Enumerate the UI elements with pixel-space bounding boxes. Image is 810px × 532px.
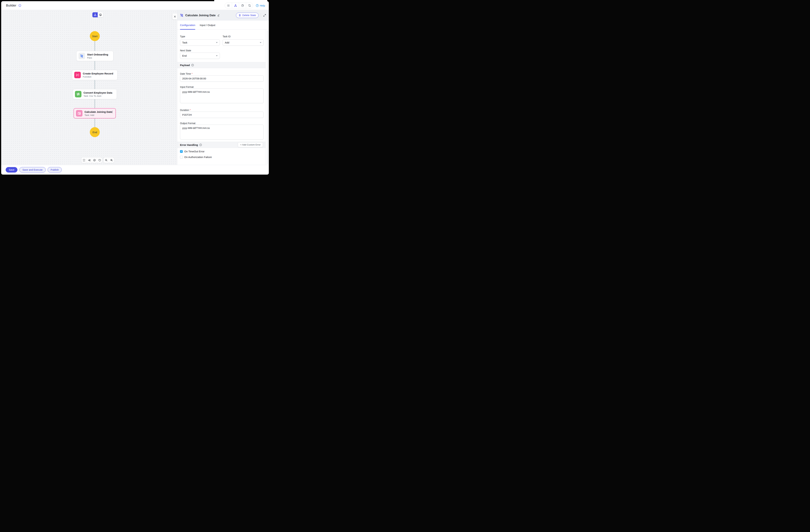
node-title: Calculate Joining Date	[84, 110, 109, 113]
flow-view-icon[interactable]	[232, 3, 239, 8]
input-format-textarea[interactable]: yyyy-MM-dd'T'HH:mm:ss	[180, 88, 264, 103]
help-link[interactable]: Help	[256, 4, 265, 7]
state-flow-icon	[180, 14, 183, 17]
connector	[95, 61, 95, 70]
authorization-failure-row: On Authorization Failure	[180, 156, 212, 159]
divider	[261, 13, 261, 17]
date-time-input[interactable]	[180, 75, 264, 82]
save-and-execute-button[interactable]: Save and Execute	[19, 167, 46, 173]
panel-title: Calculate Joining Date	[185, 14, 215, 17]
info-icon[interactable]	[18, 4, 21, 7]
close-icon	[174, 15, 176, 18]
connector	[95, 41, 95, 51]
auto-layout-icon[interactable]	[86, 158, 92, 163]
error-handling-info-icon[interactable]	[199, 144, 202, 146]
calendar-icon	[76, 110, 82, 116]
input-format-label: Input Format	[180, 85, 194, 88]
payload-info-icon[interactable]	[191, 64, 194, 66]
zoom-in-icon[interactable]	[109, 158, 114, 163]
page-title: Builder	[6, 4, 16, 7]
node-convert-employee-data[interactable]: Convert Employee Data Task: Csv To Json	[73, 89, 117, 99]
dropdown-caret-icon	[216, 55, 217, 56]
save-button[interactable]: Save	[6, 167, 17, 173]
payload-section-header: Payload	[177, 62, 266, 68]
duration-input[interactable]	[180, 112, 264, 118]
pass-state-icon	[79, 53, 85, 59]
node-title: Start Onboarding	[87, 53, 108, 56]
header-bar: Builder Help	[1, 1, 269, 10]
help-icon	[256, 4, 259, 7]
builder-window: Builder Help	[1, 1, 269, 175]
duration-label: Duration*	[180, 109, 191, 111]
output-format-textarea[interactable]: yyyy-MM-dd'T'HH:mm:ss	[180, 125, 264, 140]
zoom-toolbar	[103, 157, 114, 163]
canvas-toolbar	[81, 157, 102, 163]
node-subtitle: Task: Add	[84, 114, 109, 116]
add-custom-error-button[interactable]: + Add Custom Error	[238, 142, 263, 147]
node-subtitle: Pass	[87, 57, 108, 59]
panel-header: Calculate Joining Date Delete State	[177, 10, 269, 20]
node-title: Create Employee Record	[83, 72, 113, 75]
close-panel-button[interactable]	[173, 14, 177, 19]
node-calculate-joining-date[interactable]: Calculate Joining Date Task: Add	[74, 108, 116, 118]
dropdown-caret-icon	[260, 42, 261, 43]
type-label: Type	[180, 35, 185, 38]
canvas-mode-toggle	[92, 12, 103, 17]
node-subtitle: Task: Csv To Json	[83, 95, 112, 97]
tab-input-output[interactable]: Input / Output	[200, 20, 215, 29]
timeout-error-checkbox[interactable]	[180, 150, 183, 153]
delete-state-button[interactable]: Delete State	[236, 13, 259, 18]
convert-icon	[75, 91, 81, 97]
zoom-out-icon[interactable]	[104, 158, 109, 163]
pie-chart-icon[interactable]	[239, 3, 246, 8]
code-view-icon[interactable]	[98, 12, 103, 17]
node-title: Convert Employee Data	[83, 91, 112, 94]
edit-title-icon[interactable]	[217, 14, 220, 17]
task-id-select[interactable]: Add	[223, 39, 264, 46]
main-area: Start Start Onboarding Pass Create Emplo…	[1, 10, 269, 165]
task-id-label: Task ID	[223, 35, 231, 38]
fit-view-icon[interactable]	[81, 158, 86, 163]
flow-mode-icon[interactable]	[92, 12, 98, 17]
connector	[95, 118, 95, 127]
output-format-label: Output Format	[180, 122, 195, 125]
config-panel: Calculate Joining Date Delete State Conf…	[177, 10, 269, 165]
node-start-onboarding[interactable]: Start Onboarding Pass	[76, 51, 113, 61]
connector	[95, 99, 95, 108]
validate-icon[interactable]	[92, 158, 97, 163]
next-state-select[interactable]: End	[180, 52, 220, 59]
node-subtitle: Function	[83, 76, 113, 78]
date-time-label: Date Time*	[180, 72, 193, 75]
node-menu-icon[interactable]	[111, 111, 113, 113]
view-switcher	[225, 3, 253, 9]
type-select[interactable]: Task	[180, 39, 220, 46]
expand-panel-icon[interactable]	[263, 14, 266, 17]
node-create-employee-record[interactable]: Create Employee Record Function	[72, 70, 117, 80]
undo-icon[interactable]	[97, 158, 102, 163]
timeout-error-row: On TimeOut Error	[180, 150, 205, 153]
trash-icon	[239, 14, 241, 17]
publish-button[interactable]: Publish	[48, 167, 62, 173]
panel-tabs: Configuration Input / Output	[177, 20, 269, 30]
connector	[95, 80, 95, 89]
function-icon	[74, 72, 81, 78]
footer-bar: Save Save and Execute Publish	[1, 165, 269, 175]
panel-body: Type Task ID Task Add Next State End	[177, 30, 269, 165]
tab-configuration[interactable]: Configuration	[180, 20, 195, 29]
start-node[interactable]: Start	[90, 31, 100, 41]
panel-scrollbar[interactable]	[267, 30, 268, 164]
dropdown-caret-icon	[216, 42, 217, 43]
sync-icon[interactable]	[246, 3, 253, 8]
header-actions: Help	[225, 3, 265, 9]
next-state-label: Next State	[180, 49, 191, 52]
end-node[interactable]: End	[90, 127, 100, 137]
workflow-canvas[interactable]: Start Start Onboarding Pass Create Emplo…	[1, 10, 177, 165]
authorization-failure-checkbox[interactable]	[180, 156, 183, 159]
list-view-icon[interactable]	[225, 3, 232, 8]
